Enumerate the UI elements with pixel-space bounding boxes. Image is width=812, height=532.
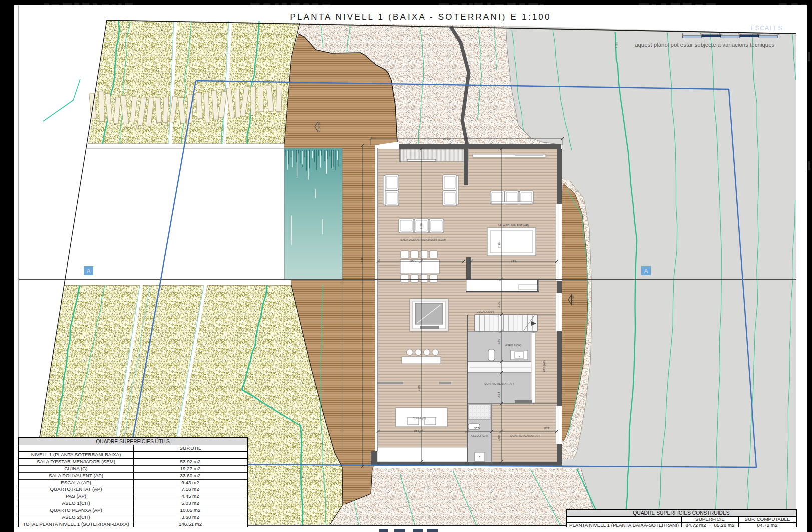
band-left [0,0,14,532]
table-cell-value: 5.03 m2 [134,500,247,507]
scalebar-tick-1: 1m [700,33,704,36]
table-cell-label: QUARTO PLANXA (AP) [19,507,134,514]
rentat-floor [467,373,533,403]
table-cell-value: 4.45 m2 [134,493,247,500]
table-built-header: SUPERFÍCIE SUP. COMPUTABLE [567,517,796,523]
table-cell-label: PAS (AP) [19,493,134,500]
house [371,142,562,466]
dining-chair-top-0 [401,251,409,258]
banner-bottom-cutoff [14,527,807,532]
dim-label-200: 2.00 [497,302,500,308]
table-cell-label: CUINA (C) [19,466,134,472]
hob-0 [407,349,413,356]
contour-label-115: +115 [615,42,618,48]
pas-door-strip [531,333,535,403]
rentat-appliances [515,400,532,403]
sofa-left-cushion-1 [385,175,399,190]
cuina-sink-2 [425,417,436,425]
dining-table [400,260,439,274]
svg-text:A: A [86,268,91,275]
table-cell-value: 53.92 m2 [134,459,247,465]
ottoman-1 [399,219,414,233]
table-useful-header-empty [19,445,134,451]
table-row: QUARTO PLANXA (AP)10.05 m2 [19,507,247,514]
table-useful-header-suputil: SUP.ÚTIL [134,445,247,451]
dim-label-300: 3.00 [497,435,500,441]
wall-right-d [557,444,562,462]
dining-chair-bot-1 [411,275,418,282]
room-label-pas: PAS (AP) [543,360,546,372]
scales-heading: ESCALES [727,25,783,32]
drawing-sheet: AA10.0017.004.684.572.294.887.362.001.50… [0,0,812,532]
sofa-right-back [456,176,458,205]
table-cell-label: ASEO 1(CH) [19,500,134,507]
table-row: NIVELL 1 (PLANTA SOTERRANI-BAIXA) [19,452,247,459]
sofa-left-cushion-2 [385,191,399,206]
table-row: SALA POLIVALENT (AP)33.60 m2 [19,473,247,480]
wall-right-a [557,149,562,204]
table-cell-label: NIVELL 1 (PLANTA SOTERRANI-BAIXA) [19,452,134,458]
dim-label-sem-width: 4.68 [410,260,416,263]
table-row: SALA D'ESTAR-MENJADOR (SEM)53.92 m2 [19,459,247,466]
plan-note: aquest plànol pot estar subjecte a varia… [635,42,780,48]
hob-3 [432,349,439,356]
aseo1-drain [519,356,520,357]
scalebar-tick-0: 0 [682,33,684,36]
wall-top [399,144,561,149]
pool [284,148,342,279]
room-label-polivalent: SALA POLIVALENT (AP) [498,224,529,227]
table-row: QUARTO RENTAT (AP)7.16 m2 [19,486,247,493]
svg-text:A: A [644,268,648,275]
fireplace [410,299,448,331]
ottoman-3 [429,219,444,233]
table-cell-label: ASEO 2(CH) [19,514,134,521]
wall-stub-top [464,149,468,185]
table-cell-value: 7.16 m2 [134,486,247,493]
ap-sofa-back [491,202,532,204]
band-right [807,0,812,532]
dim-label-120: 1.20 [474,427,480,430]
counter-seg-right [439,382,451,384]
wall-right-c [557,331,562,406]
section-marker-left: A [84,266,93,275]
table-cell-value: 19.27 m2 [134,466,247,472]
room-label-aseo1: ASEO 1(CH) [505,344,521,347]
scalebar-tick-2: 2m [719,33,723,36]
room-label-sem: SALA D'ESTAR-MENJADOR (SEM) [400,238,446,241]
table-row: ESCALA (AP)9.43 m2 [19,480,247,487]
hob-1 [415,349,422,356]
table-cell-label: SALA D'ESTAR-MENJADOR (SEM) [19,459,134,465]
room-label-rentat: QUARTO RENTAT (AP) [484,382,514,385]
counter-seg-left [377,382,403,384]
table-row: PAS (AP)4.45 m2 [19,493,247,500]
dining-chair-bot-3 [430,275,437,282]
room-label-escala: ESCALA (AP) [477,310,494,313]
dim-label-335: 3.35 [544,427,550,430]
section-marker-right: A [641,266,651,275]
table-row: CUINA (C)19.27 m2 [19,466,247,473]
contour-outside [43,79,80,121]
table-cell-value: 3.60 m2 [134,514,247,521]
plan-title: PLANTA NIVELL 1 (BAIXA - SOTERRANI) E 1:… [15,12,812,22]
room-label-aseo2: ASEO 2 (CH) [471,434,488,437]
dim-label-214: 2.14 [497,392,500,398]
table-useful-title: QUADRE SUPERFÍCIES ÚTILS [19,438,247,445]
table-cell-value: 10.05 m2 [134,507,247,514]
table-row: ASEO 2(CH)3.60 m2 [19,514,247,521]
dining-chair-top-1 [411,251,418,258]
hob-2 [424,349,430,356]
table-cell-value: 9.43 m2 [134,480,247,486]
dim-label-ap-width: 4.57 [511,260,517,263]
table-built-header-superficie: SUPERFÍCIE [682,517,739,522]
table-cell-value [134,452,247,458]
ap-bench [466,279,539,292]
table-cell-value: 33.60 m2 [134,473,247,479]
table-useful-areas: QUADRE SUPERFÍCIES ÚTILS SUP.ÚTIL NIVELL… [18,437,248,528]
svg-text:+104.50: +104.50 [318,122,321,132]
svg-text:+104.50: +104.50 [571,295,574,305]
scalebar-tick-5: 5m [776,33,780,36]
sofa-right-cushion-2 [443,191,457,206]
dim-label-top: 10.00 [442,137,450,140]
terrace-band [377,447,467,462]
table-cell-label: ESCALA (AP) [19,480,134,486]
